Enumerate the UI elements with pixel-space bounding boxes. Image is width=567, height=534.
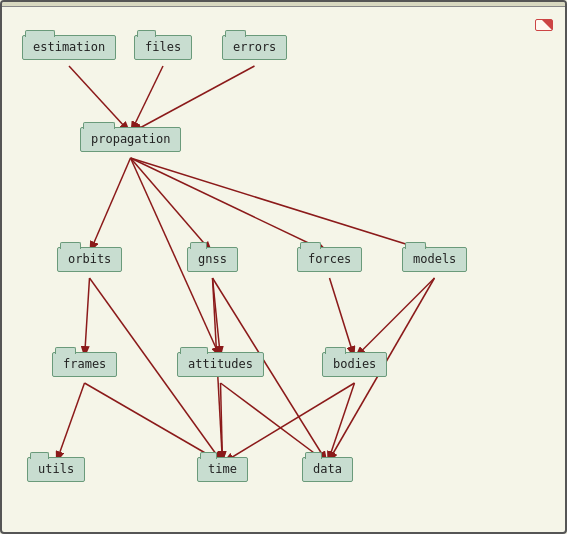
svg-line-15 <box>355 278 435 358</box>
package-time: time <box>197 457 248 482</box>
svg-line-11 <box>213 278 221 358</box>
package-data: data <box>302 457 353 482</box>
folder-time: time <box>197 457 248 482</box>
package-frames: frames <box>52 352 117 377</box>
svg-line-5 <box>131 158 213 253</box>
package-attitudes: attitudes <box>177 352 264 377</box>
package-models: models <box>402 247 467 272</box>
svg-line-3 <box>131 66 255 133</box>
folder-files: files <box>134 35 192 60</box>
package-errors: errors <box>222 35 287 60</box>
folder-estimation: estimation <box>22 35 116 60</box>
svg-line-19 <box>221 383 223 463</box>
note-box <box>535 19 553 31</box>
folder-data: data <box>302 457 353 482</box>
svg-line-20 <box>221 383 328 463</box>
folder-frames: frames <box>52 352 117 377</box>
folder-bodies: bodies <box>322 352 387 377</box>
folder-attitudes: attitudes <box>177 352 264 377</box>
svg-line-6 <box>131 158 330 253</box>
svg-line-17 <box>56 383 85 463</box>
folder-errors: errors <box>222 35 287 60</box>
package-orbits: orbits <box>57 247 122 272</box>
folder-orbits: orbits <box>57 247 122 272</box>
package-gnss: gnss <box>187 247 238 272</box>
svg-line-22 <box>328 383 355 463</box>
folder-forces: forces <box>297 247 362 272</box>
folder-propagation: propagation <box>80 127 181 152</box>
svg-line-18 <box>85 383 223 463</box>
svg-line-21 <box>223 383 355 463</box>
folder-gnss: gnss <box>187 247 238 272</box>
folder-models: models <box>402 247 467 272</box>
svg-line-7 <box>131 158 435 253</box>
diagram-area: estimationfileserrorspropagationorbitsgn… <box>2 7 565 515</box>
svg-line-4 <box>90 158 131 253</box>
package-forces: forces <box>297 247 362 272</box>
package-estimation: estimation <box>22 35 116 60</box>
package-files: files <box>134 35 192 60</box>
package-propagation: propagation <box>80 127 181 152</box>
package-bodies: bodies <box>322 352 387 377</box>
svg-line-2 <box>131 66 164 133</box>
folder-utils: utils <box>27 457 85 482</box>
svg-line-14 <box>330 278 355 358</box>
package-utils: utils <box>27 457 85 482</box>
diagram-container: estimationfileserrorspropagationorbitsgn… <box>0 0 567 534</box>
svg-line-9 <box>85 278 90 358</box>
